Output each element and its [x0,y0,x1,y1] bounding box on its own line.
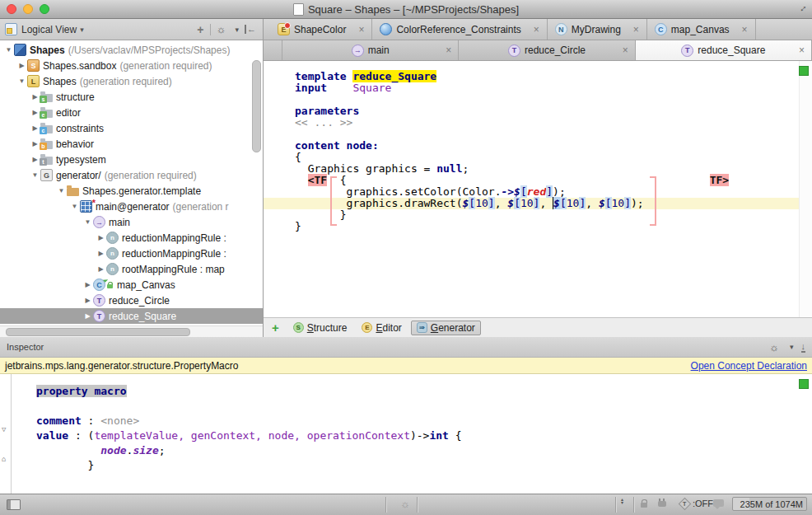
fold-end-icon[interactable]: ⌂ [2,455,6,463]
code-token: templateValue, genContext, node, operati… [94,429,410,442]
tree-expand-icon[interactable]: ▼ [16,77,27,85]
close-icon[interactable]: × [446,44,451,56]
close-icon[interactable]: × [623,44,628,56]
typesystem-status[interactable]: T :OFF [680,499,713,508]
code-line[interactable]: comment : <none> [36,414,799,428]
tree-row[interactable]: ▼→main [0,214,263,230]
code-line[interactable]: value : (templateValue, genContext, node… [36,428,799,443]
tree-row[interactable]: ▼Shapes(/Users/vaclav/MPSProjects/Shapes… [0,42,263,58]
power-save-icon[interactable] [658,499,666,509]
tree-expand-icon[interactable]: ▼ [3,46,14,54]
tree-expand-icon[interactable]: ▶ [96,265,106,273]
close-window-icon[interactable] [7,4,16,14]
fold-marker-icon[interactable]: ▽ [2,425,6,433]
chevron-down-icon[interactable]: ▾ [235,26,239,34]
gear-icon[interactable]: ☼ [769,342,779,353]
tree-row[interactable]: ▶cconstraints [0,120,263,136]
tree-row[interactable]: ▶Treduce_Circle [0,293,263,308]
tree-row[interactable]: ▶ttypesystem [0,152,263,167]
code-line[interactable] [295,94,799,105]
tree-row[interactable]: ▶Treduce_Square [0,308,263,324]
tree-row[interactable]: ▶eeditor [0,105,263,120]
add-aspect-button[interactable]: + [267,321,284,335]
tree-expand-icon[interactable]: ▼ [82,218,93,226]
view-mode-selector[interactable]: Logical View [21,24,77,35]
tree-row[interactable]: ▼Shapes.generator.template [0,183,263,199]
code-line[interactable]: } [36,458,799,473]
code-line[interactable]: } [295,209,799,221]
hide-panel-icon[interactable]: ← [245,25,256,34]
chevron-down-icon[interactable]: ▾ [790,343,794,351]
tree-expand-icon[interactable]: ▶ [82,281,93,288]
tree-row[interactable]: ▶sstructure [0,89,263,105]
close-icon[interactable]: × [633,24,639,35]
aspect-tab-generator[interactable]: ⇒Generator [411,321,481,335]
open-concept-declaration-link[interactable]: Open Concept Declaration [691,360,807,372]
code-line[interactable]: node.size; [36,443,799,458]
tree-expand-icon[interactable]: ▼ [56,187,67,194]
fullscreen-icon[interactable]: ↕ [798,2,810,14]
editor-scrollbar[interactable] [799,61,812,317]
tree-expand-icon[interactable]: ▶ [96,234,106,241]
tree-row[interactable]: ▶nrootMappingRule : map [0,261,263,277]
close-icon[interactable]: × [534,24,539,35]
tree-expand-icon[interactable]: ▶ [96,250,106,257]
editor-tab[interactable]: Cmap_Canvas× [647,19,756,40]
tree-row[interactable]: ▼LShapes(generation required) [0,73,263,89]
tree-row[interactable]: ▶Cmap_Canvas [0,277,263,293]
zoom-window-icon[interactable] [40,4,49,14]
aspect-tab-structure[interactable]: SStructure [287,321,353,335]
tree-row[interactable]: ▼Ggenerator/(generation required) [0,167,263,183]
tree-expand-icon[interactable]: ▶ [82,297,93,304]
code-line[interactable] [36,399,799,414]
editor-tab[interactable]: Treduce_Square× [636,40,812,60]
code-line[interactable]: Graphics graphics = null; [295,163,799,175]
tree-expand-icon[interactable]: ▼ [69,203,80,210]
inspector-editor[interactable]: ▽ ⌂ property macrocomment : <none>value … [0,374,812,494]
editor-tab[interactable]: EShapeColor× [270,19,372,40]
code-line[interactable]: << ... >> [295,117,799,129]
code-line[interactable]: graphics.drawRect($[10], $[10], $[10], $… [295,198,799,209]
code-line[interactable]: input Square [295,82,799,94]
code-line[interactable]: property macro [36,384,799,399]
lock-icon[interactable] [641,499,648,508]
code-line[interactable]: } [295,221,799,232]
chevron-down-icon[interactable]: ▾ [80,26,84,34]
gear-icon[interactable]: ☼ [217,24,226,35]
code-line[interactable]: parameters [295,105,799,117]
code-token [36,444,100,456]
close-icon[interactable]: × [742,24,748,35]
aspect-tab-editor[interactable]: EEditor [356,321,407,335]
tree-row[interactable]: ▶SShapes.sandbox(generation required) [0,58,263,73]
scroll-to-source-icon[interactable]: + [197,24,203,35]
template-editor[interactable]: template reduce_Squareinput Squareparame… [264,61,812,317]
tree-row[interactable]: ▶bbehavior [0,136,263,152]
code-line[interactable]: { [295,152,799,163]
tree-vertical-scrollbar[interactable] [252,60,261,152]
code-line[interactable]: <TF {TF> [295,175,799,186]
toolwindow-toggle-icon[interactable] [7,499,21,510]
tree-expand-icon[interactable]: ▶ [82,312,93,320]
close-icon[interactable]: × [799,44,805,56]
minimize-window-icon[interactable] [23,4,33,14]
code-line[interactable]: content node: [295,140,799,152]
editor-tab[interactable]: →main× [282,40,459,60]
code-line[interactable]: template reduce_Square [295,71,799,82]
hide-inspector-icon[interactable]: ↓ [801,342,806,353]
tree-horizontal-scrollbar[interactable] [0,325,263,337]
tree-row[interactable]: ▶nreductionMappingRule : [0,246,263,261]
resize-corner-icon[interactable]: ▴▾ [621,498,623,504]
tree-expand-icon[interactable]: ▶ [16,62,27,69]
tree-row[interactable]: ▼main@generator(generation r [0,199,263,214]
close-icon[interactable]: × [358,24,364,35]
code-line[interactable] [295,129,799,140]
tree-row[interactable]: ▶nreductionMappingRule : [0,230,263,246]
editor-tab[interactable]: Treduce_Circle× [459,40,635,60]
memory-indicator[interactable]: 235M of 1074M [732,497,807,511]
editor-tab[interactable]: ColorReference_Constraints× [372,19,547,40]
tree-expand-icon[interactable]: ▼ [30,171,40,179]
code-line[interactable]: graphics.setColor(Color.->$[red]); [295,186,799,198]
event-log-icon[interactable] [713,499,724,507]
editor-tab[interactable]: NMyDrawing× [548,19,647,40]
scrollbar-thumb[interactable] [6,328,190,336]
